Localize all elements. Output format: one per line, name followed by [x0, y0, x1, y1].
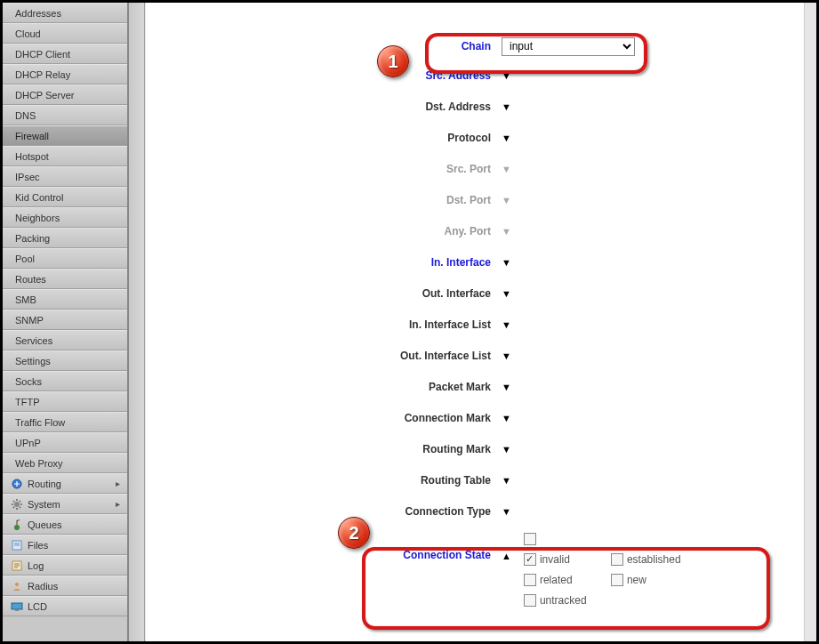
sidebar-item-traffic-flow[interactable]: Traffic Flow [3, 412, 127, 432]
checkbox-label: invalid [540, 553, 570, 566]
annotation-badge-2: 2 [338, 517, 370, 549]
sidebar-item-firewall[interactable]: Firewall [3, 125, 127, 146]
sidebar-group-queues[interactable]: Queues [3, 514, 127, 535]
row-src-address: Src. Address [146, 60, 816, 91]
expand-packet-mark-icon[interactable] [502, 382, 511, 392]
chain-select[interactable]: input [502, 37, 635, 56]
expand-in-interface-list-icon[interactable] [502, 319, 511, 330]
row-any-port: Any. Port [146, 215, 816, 246]
queues-icon [10, 518, 23, 531]
row-dst-address: Dst. Address [146, 91, 816, 122]
sidebar-item-neighbors[interactable]: Neighbors [3, 207, 127, 228]
expand-out-interface-icon[interactable] [502, 288, 511, 299]
expand-out-interface-list-icon[interactable] [502, 350, 511, 361]
sidebar-group-label: Files [28, 540, 48, 551]
sidebar-item-ipsec[interactable]: IPsec [3, 166, 127, 187]
checkbox-established[interactable] [611, 553, 623, 566]
checkbox-label: new [627, 574, 646, 586]
checkbox-not[interactable] [524, 533, 536, 545]
label-in-interface-list: In. Interface List [146, 318, 502, 331]
label-dst-address: Dst. Address [146, 101, 502, 113]
sidebar-item-web-proxy[interactable]: Web Proxy [3, 453, 127, 473]
checkbox-new[interactable] [611, 574, 623, 586]
sidebar-group-label: Radius [28, 581, 58, 592]
row-src-port: Src. Port [146, 153, 816, 184]
checkbox-invalid[interactable] [524, 553, 536, 566]
sidebar-item-packing[interactable]: Packing [3, 228, 127, 248]
sidebar-gutter [129, 3, 145, 641]
row-in-interface-list: In. Interface List [146, 309, 816, 340]
expand-any-port-icon [502, 226, 511, 237]
scrollbar-vertical[interactable] [804, 3, 816, 641]
row-connection-mark: Connection Mark [146, 402, 816, 433]
check-item-new: new [611, 574, 698, 586]
label-any-port: Any. Port [146, 225, 502, 237]
chevron-right-icon: ▸ [116, 479, 120, 488]
checkbox-label: established [627, 553, 681, 566]
sidebar-item-socks[interactable]: Socks [3, 371, 127, 391]
label-connection-type: Connection Type [146, 505, 502, 518]
label-out-interface-list: Out. Interface List [146, 350, 502, 362]
sidebar-item-addresses[interactable]: Addresses [3, 3, 127, 23]
sidebar-item-kid-control[interactable]: Kid Control [3, 187, 127, 207]
label-in-interface: In. Interface [146, 256, 502, 269]
checkbox-untracked[interactable] [524, 594, 536, 607]
row-dst-port: Dst. Port [146, 184, 816, 215]
expand-connection-type-icon[interactable] [502, 506, 511, 517]
expand-src-address-icon[interactable] [502, 70, 511, 81]
check-item-established: established [611, 553, 698, 566]
gear-icon [10, 497, 23, 511]
sidebar-item-pool[interactable]: Pool [3, 248, 127, 269]
sidebar-item-settings[interactable]: Settings [3, 350, 127, 371]
sidebar-group-radius[interactable]: Radius [3, 576, 127, 596]
sidebar-group-routing[interactable]: Routing▸ [3, 473, 127, 494]
sidebar-item-routes[interactable]: Routes [3, 269, 127, 289]
sidebar-item-cloud[interactable]: Cloud [3, 23, 127, 44]
label-connection-state: Connection State [146, 529, 502, 561]
label-src-address: Src. Address [146, 69, 502, 82]
sidebar-group-system[interactable]: System▸ [3, 494, 127, 514]
row-connection-type: Connection Type [146, 495, 816, 527]
sidebar-item-upnp[interactable]: UPnP [3, 432, 127, 453]
sidebar-item-snmp[interactable]: SNMP [3, 310, 127, 330]
sidebar-item-tftp[interactable]: TFTP [3, 391, 127, 412]
label-src-port: Src. Port [146, 163, 502, 175]
sidebar-group-files[interactable]: Files [3, 535, 127, 555]
expand-connection-mark-icon[interactable] [502, 413, 511, 423]
sidebar-group-lcd[interactable]: LCD [3, 596, 127, 616]
check-item-untracked: untracked [524, 594, 611, 607]
expand-routing-mark-icon[interactable] [502, 444, 511, 455]
sidebar-item-hotspot[interactable]: Hotspot [3, 146, 127, 166]
checkbox-label: related [540, 574, 573, 586]
annotation-badge-1: 1 [377, 45, 409, 77]
chevron-right-icon: ▸ [116, 499, 120, 509]
label-routing-table: Routing Table [146, 474, 502, 487]
row-out-interface-list: Out. Interface List [146, 340, 816, 371]
sidebar-group-label: System [28, 499, 60, 510]
expand-in-interface-icon[interactable] [502, 257, 511, 268]
sidebar-item-smb[interactable]: SMB [3, 289, 127, 310]
sidebar-item-services[interactable]: Services [3, 330, 127, 350]
check-item-related: related [524, 574, 611, 586]
check-item-invalid: invalid [524, 553, 611, 566]
sidebar-item-dns[interactable]: DNS [3, 105, 127, 125]
svg-point-18 [15, 583, 19, 586]
sidebar-group-log[interactable]: Log [3, 555, 127, 576]
collapse-connection-state-icon[interactable] [502, 551, 511, 561]
label-connection-mark: Connection Mark [146, 412, 502, 424]
main-content: Chain input Src. AddressDst. AddressProt… [145, 3, 816, 641]
label-out-interface: Out. Interface [146, 287, 502, 300]
sidebar-item-dhcp-relay[interactable]: DHCP Relay [3, 64, 127, 85]
sidebar-item-dhcp-client[interactable]: DHCP Client [3, 44, 127, 64]
svg-point-10 [14, 525, 20, 530]
checkbox-related[interactable] [524, 574, 536, 586]
expand-routing-table-icon[interactable] [502, 475, 511, 486]
sidebar-group-label: Queues [28, 519, 62, 530]
expand-protocol-icon[interactable] [502, 133, 511, 143]
sidebar-item-dhcp-server[interactable]: DHCP Server [3, 85, 127, 105]
expand-dst-address-icon[interactable] [502, 101, 511, 112]
row-connection-state: Connection State invalidestablishedrelat… [146, 529, 816, 610]
row-routing-mark: Routing Mark [146, 433, 816, 464]
svg-line-6 [13, 501, 14, 502]
radius-icon [10, 579, 23, 592]
